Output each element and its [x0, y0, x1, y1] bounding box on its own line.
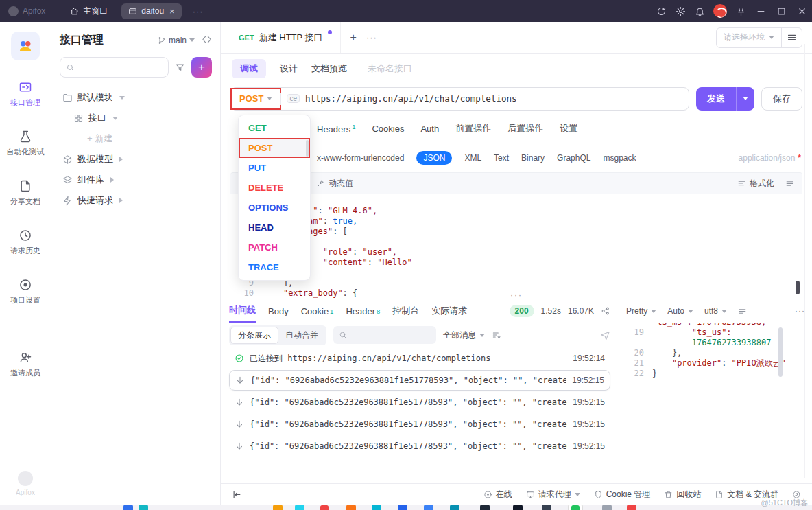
tab-headers[interactable]: Headers1 — [317, 123, 355, 135]
body-type-xml[interactable]: XML — [464, 153, 481, 163]
taskbar-app-icon[interactable] — [480, 505, 490, 510]
menu-item-trace[interactable]: TRACE — [239, 257, 310, 277]
timeline-search-input[interactable] — [350, 330, 431, 340]
body-type-text[interactable]: Text — [494, 153, 509, 163]
sidebar-item-automated-testing[interactable]: 自动化测试 — [0, 124, 51, 163]
body-type-binary[interactable]: Binary — [521, 153, 545, 163]
taskbar-app-icon[interactable] — [602, 505, 612, 510]
sidebar-item-share-docs[interactable]: 分享文档 — [0, 173, 51, 213]
tab-header[interactable]: Header8 — [346, 299, 380, 323]
tab-pre-ops[interactable]: 前置操作 — [455, 122, 491, 135]
auto-dropdown[interactable]: Auto — [667, 306, 693, 316]
tree-search-box[interactable] — [60, 57, 169, 78]
tab-settings[interactable]: 设置 — [560, 122, 577, 135]
online-status[interactable]: 在线 — [483, 489, 512, 500]
tab-design[interactable]: 设计 — [280, 62, 298, 75]
taskbar-app-icon[interactable] — [450, 505, 459, 510]
format-button[interactable]: 格式化 — [737, 178, 774, 189]
taskbar-app-icon[interactable] — [139, 505, 148, 510]
taskbar-app-icon[interactable] — [123, 505, 133, 510]
filter-button[interactable] — [175, 62, 185, 73]
tree-item-new[interactable]: + 新建 — [60, 128, 212, 149]
save-button[interactable]: 保存 — [761, 87, 802, 111]
close-tab-icon[interactable]: × — [169, 6, 175, 16]
taskbar-app-icon[interactable] — [513, 505, 523, 510]
request-body-editor[interactable]: 1{ 2 "model": "GLM-4.6", 3 "stream": tru… — [230, 194, 802, 299]
send-options-button[interactable] — [736, 87, 754, 111]
doc-tab-new-http-api[interactable]: GET 新建 HTTP 接口 — [230, 22, 341, 53]
timeline-entry-message[interactable]: {"id": "6926abad6c5232e963881f1e51778593… — [229, 370, 610, 391]
tree-item-quick-request[interactable]: 快捷请求 — [60, 190, 212, 211]
pin-window-button[interactable] — [731, 1, 750, 21]
taskbar-app-icon[interactable] — [424, 505, 433, 510]
tab-cookies[interactable]: Cookies — [372, 124, 404, 134]
method-dropdown-trigger[interactable]: POST — [232, 90, 279, 108]
taskbar-app-icon[interactable] — [372, 505, 381, 510]
collapse-sidebar-button[interactable] — [232, 489, 242, 500]
maximize-button[interactable] — [771, 0, 791, 22]
menu-item-post[interactable]: POST — [239, 138, 310, 158]
tab-debug[interactable]: 调试 — [232, 59, 266, 78]
sidebar-item-project-settings[interactable]: 项目设置 — [0, 272, 51, 312]
body-type-graphql[interactable]: GraphQL — [557, 153, 590, 163]
notifications-button[interactable] — [690, 1, 709, 21]
menu-item-head[interactable]: HEAD — [239, 218, 310, 237]
environment-menu-button[interactable] — [781, 28, 802, 47]
body-type-urlencoded[interactable]: x-www-form-urlencoded — [317, 153, 404, 163]
send-button[interactable]: 发送 — [696, 87, 754, 111]
tab-main-window[interactable]: 主窗口 — [63, 3, 115, 20]
menu-item-put[interactable]: PUT — [239, 158, 310, 178]
editor-scrollbar-thumb[interactable] — [796, 281, 800, 294]
user-avatar[interactable] — [713, 4, 727, 18]
timeline-entry-connected[interactable]: 已连接到 https://aiping.cn/api/v1/chat/compl… — [229, 348, 610, 369]
body-type-msgpack[interactable]: msgpack — [603, 153, 636, 163]
sidebar-item-request-history[interactable]: 请求历史 — [0, 222, 51, 262]
menu-item-delete[interactable]: DELETE — [239, 178, 310, 198]
branch-selector[interactable]: main — [158, 36, 195, 45]
message-type-dropdown[interactable]: 全部消息 — [443, 329, 485, 341]
sort-button[interactable] — [492, 330, 501, 340]
collapse-panel-button[interactable] — [202, 34, 212, 47]
tab-doc-preview[interactable]: 文档预览 — [311, 62, 347, 75]
new-tab-button[interactable]: + — [350, 32, 357, 44]
taskbar-active-app[interactable] — [568, 505, 583, 510]
menu-item-patch[interactable]: PATCH — [239, 237, 310, 257]
environment-selector[interactable]: 请选择环境 — [717, 32, 781, 43]
tree-item-default-module[interactable]: 默认模块 — [60, 87, 212, 108]
timeline-entry-message[interactable]: {"id": "6926abad6c5232e963881f1e51778593… — [229, 392, 610, 413]
sidebar-item-api-management[interactable]: 接口管理 — [0, 74, 51, 114]
add-api-button[interactable]: + — [191, 57, 212, 78]
scroll-to-latest-button[interactable] — [600, 330, 610, 340]
taskbar-app-icon[interactable] — [346, 505, 356, 510]
filter-merge-button[interactable]: 自动合并 — [278, 327, 325, 344]
response-json-viewer[interactable]: "ts_ms": 1764762733938, 19 "ts_us": 1764… — [626, 323, 805, 483]
menu-item-options[interactable]: OPTIONS — [239, 198, 310, 218]
refresh-button[interactable] — [652, 1, 671, 21]
tab-daitou[interactable]: daitou × — [121, 3, 181, 19]
dynamic-value-button[interactable]: 动态值 — [316, 178, 353, 189]
viewer-scrollbar-thumb[interactable] — [778, 327, 783, 377]
tab-auth[interactable]: Auth — [420, 124, 439, 134]
filter-split-button[interactable]: 分条展示 — [230, 327, 278, 344]
sidebar-item-invite-members[interactable]: 邀请成员 — [0, 345, 51, 384]
tree-item-component-lib[interactable]: 组件库 — [60, 170, 212, 190]
tab-more-button[interactable]: ··· — [366, 32, 377, 43]
tab-actual-request[interactable]: 实际请求 — [431, 299, 467, 323]
timeline-entry-message[interactable]: {"id": "6926abad6c5232e963881f1e51778593… — [229, 414, 610, 434]
tree-item-api-folder[interactable]: 接口 — [60, 108, 212, 128]
minimize-button[interactable] — [750, 0, 771, 22]
tab-post-ops[interactable]: 后置操作 — [508, 122, 543, 135]
taskbar-app-icon[interactable] — [627, 505, 636, 510]
timeline-search-box[interactable] — [333, 326, 436, 344]
titlebar-more-button[interactable]: ··· — [193, 6, 204, 16]
pretty-dropdown[interactable]: Pretty — [626, 306, 656, 316]
taskbar-app-icon[interactable] — [398, 505, 407, 510]
tree-item-data-model[interactable]: 数据模型 — [60, 149, 212, 170]
tree-search-input[interactable] — [79, 62, 163, 72]
timeline-entry-message[interactable]: {"id": "6926abad6c5232e963881f1e51778593… — [229, 436, 610, 456]
project-avatar[interactable] — [11, 32, 40, 60]
share-button[interactable] — [601, 306, 610, 316]
request-proxy-dropdown[interactable]: 请求代理 — [526, 489, 580, 500]
encoding-dropdown[interactable]: utf8 — [704, 306, 727, 316]
menu-item-get[interactable]: GET — [239, 118, 310, 138]
